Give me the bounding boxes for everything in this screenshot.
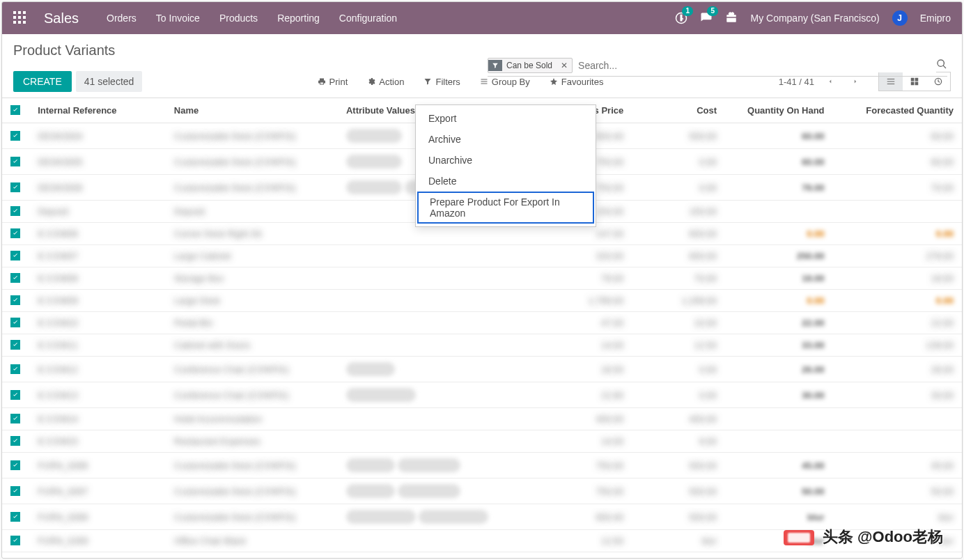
table-row[interactable]: FURN_0096Customizable Desk (CONFIG)750.0…	[2, 453, 962, 479]
selection-count: 41 selected	[76, 71, 143, 92]
apps-icon[interactable]	[13, 11, 27, 25]
cell-forecast: blur	[938, 512, 954, 522]
user-name[interactable]: Emipro	[920, 13, 951, 24]
row-checkbox[interactable]	[10, 206, 20, 216]
cell-name: Storage Box	[174, 273, 224, 283]
menu-reporting[interactable]: Reporting	[277, 13, 320, 24]
favourites-dropdown[interactable]: Favourites	[550, 77, 604, 87]
row-checkbox[interactable]	[10, 228, 20, 238]
table-row[interactable]: E-COM11Cabinet with Doors14.0012.5033.00…	[2, 334, 962, 357]
col-qty[interactable]: Quantity On Hand	[725, 98, 832, 123]
cell-name: Deposit	[174, 206, 205, 217]
action-delete[interactable]: Delete	[416, 171, 596, 192]
row-checkbox[interactable]	[10, 251, 20, 260]
row-checkbox[interactable]	[10, 390, 20, 400]
menu-configuration[interactable]: Configuration	[339, 13, 397, 24]
row-checkbox[interactable]	[10, 182, 20, 192]
menu-orders[interactable]: Orders	[107, 13, 137, 24]
search-input[interactable]	[573, 59, 936, 72]
pager-text[interactable]: 1-41 / 41	[779, 77, 814, 87]
action-archive[interactable]: Archive	[416, 129, 596, 150]
cell-name: Customizable Desk (CONFIG)	[174, 131, 296, 141]
action-unarchive[interactable]: Unarchive	[416, 150, 596, 171]
table-row[interactable]: E-COM12Conference Chair (CONFIG)16.500.0…	[2, 357, 962, 382]
table-row[interactable]: E-COM09Large Desk1,799.001,299.000.000.0…	[2, 290, 962, 312]
create-button[interactable]: CREATE	[13, 71, 72, 92]
table-row[interactable]: E-COM13Conference Chair (CONFIG)22.900.0…	[2, 382, 962, 408]
cell-attr	[338, 479, 524, 504]
col-ref[interactable]: Internal Reference	[29, 98, 166, 123]
cell-ref: E-COM15	[38, 436, 78, 446]
funnel-icon	[488, 60, 502, 71]
cell-price: 800.40	[596, 131, 623, 141]
row-checkbox[interactable]	[10, 318, 20, 327]
menu-to-invoice[interactable]: To Invoice	[156, 13, 200, 24]
cell-forecast: 45.00	[931, 460, 954, 471]
cell-price: 1,799.00	[589, 295, 624, 306]
table-row[interactable]: E-COM08Storage Box79.0070.0018.0018.00	[2, 267, 962, 290]
filters-dropdown[interactable]: Filters	[423, 77, 460, 87]
row-checkbox[interactable]	[10, 512, 20, 522]
cell-price: 12.50	[601, 536, 624, 546]
row-checkbox[interactable]	[10, 295, 20, 305]
row-checkbox[interactable]	[10, 486, 20, 496]
table-row[interactable]: FURN_0097Customizable Desk (CONFIG)750.0…	[2, 479, 962, 504]
cell-qty: 250.00	[797, 251, 825, 261]
cell-attr	[338, 267, 524, 290]
row-checkbox[interactable]	[10, 460, 20, 470]
row-checkbox[interactable]	[10, 414, 20, 423]
table-row[interactable]: E-COM15Restaurant Expenses14.008.00	[2, 430, 962, 453]
menu-products[interactable]: Products	[219, 13, 258, 24]
cell-name: Pedal Bin	[174, 318, 213, 328]
search-icon[interactable]	[936, 59, 947, 72]
cell-ref: E-COM07	[38, 251, 78, 261]
col-name[interactable]: Name	[166, 98, 338, 123]
action-dropdown[interactable]: Action	[367, 77, 404, 87]
filters-label: Filters	[435, 77, 460, 87]
avatar[interactable]: J	[892, 10, 908, 26]
cell-cost: 500.00	[689, 460, 717, 471]
cell-attr	[338, 408, 524, 430]
col-cost[interactable]: Cost	[632, 98, 725, 123]
select-all-checkbox[interactable]	[10, 105, 20, 115]
table-row[interactable]: FURN_0269Office Chair Black12.50blurblur…	[2, 530, 962, 552]
cell-qty: 60.00	[802, 157, 825, 167]
col-forecast[interactable]: Forecasted Quantity	[833, 98, 962, 123]
search-tag-remove[interactable]: ✕	[557, 61, 572, 70]
row-checkbox[interactable]	[10, 536, 20, 545]
cell-cost: 0.00	[699, 364, 717, 375]
cell-price: 750.00	[596, 182, 623, 193]
table-row[interactable]: E-COM14Hotel Accommodation400.00400.00	[2, 408, 962, 430]
cell-name: Customizable Desk (CONFIG)	[174, 182, 296, 193]
table-row[interactable]: E-COM07Large Cabinet320.00800.00250.0027…	[2, 245, 962, 267]
cell-ref: Deposit	[38, 206, 68, 217]
table-row[interactable]: E-COM10Pedal Bin47.0010.0022.0022.00	[2, 312, 962, 334]
cell-name: Customizable Desk (CONFIG)	[174, 157, 296, 167]
search-tag: Can be Sold ✕	[488, 58, 573, 73]
messages-icon[interactable]: 5	[700, 12, 713, 24]
row-checkbox[interactable]	[10, 273, 20, 283]
cell-ref: FURN_0097	[38, 486, 88, 497]
cell-price: 320.00	[596, 251, 623, 261]
activities-icon[interactable]: 1	[675, 12, 687, 24]
cell-attr	[338, 504, 524, 530]
cell-name: Office Chair Black	[174, 536, 247, 546]
gift-icon[interactable]	[725, 11, 738, 26]
action-prepare-amazon-export[interactable]: Prepare Product For Export In Amazon	[417, 192, 594, 224]
cell-qty: 30.00	[802, 390, 825, 400]
company-name[interactable]: My Company (San Francisco)	[750, 13, 879, 24]
row-checkbox[interactable]	[10, 157, 20, 166]
row-checkbox[interactable]	[10, 364, 20, 374]
row-checkbox[interactable]	[10, 436, 20, 446]
action-export[interactable]: Export	[416, 108, 596, 129]
table-row[interactable]: FURN_0098Customizable Desk (CONFIG)800.4…	[2, 504, 962, 530]
cell-ref: DESK0005	[38, 157, 82, 167]
page-title: Product Variants	[13, 42, 115, 59]
cell-qty: 26.00	[802, 364, 825, 375]
row-checkbox[interactable]	[10, 131, 20, 141]
row-checkbox[interactable]	[10, 340, 20, 350]
cell-qty: blur	[807, 512, 825, 522]
cell-attr	[338, 334, 524, 357]
print-button[interactable]: Print	[318, 77, 348, 87]
group-by-dropdown[interactable]: Group By	[480, 77, 530, 87]
